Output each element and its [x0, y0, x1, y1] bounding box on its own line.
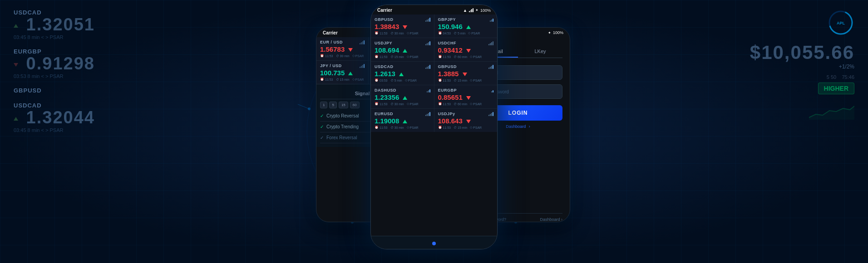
- price-direction-icon: [403, 96, 407, 100]
- price-direction-icon: [466, 96, 471, 100]
- signal-strength: [488, 41, 493, 45]
- main-phone-statusbar: Carrier ▲ ✦ 100%: [371, 5, 497, 15]
- trade-card[interactable]: JPY / USD 100.735 ⏰ 11:53 ⏱ 15 min ◇ PSA…: [316, 61, 368, 84]
- trade-card-gbpusd2[interactable]: GBPUSD 1.3885 ⏰ 11:53 ⏱ 15 min: [434, 62, 498, 85]
- card-arrow-up-icon: [348, 72, 353, 75]
- tab-lkey[interactable]: LKey: [518, 46, 562, 58]
- main-bottom-bar: [371, 236, 497, 249]
- filter-btn-60[interactable]: 60: [350, 102, 360, 108]
- filter-btn-15[interactable]: 15: [339, 102, 348, 108]
- signal-strength: [488, 64, 493, 69]
- signal-strength: [360, 63, 365, 68]
- filter-btn-1[interactable]: 1: [320, 102, 327, 108]
- bluetooth-icon: ✦: [548, 31, 551, 35]
- signal-strength: [488, 112, 493, 116]
- arrow-down-icon: [14, 63, 18, 67]
- main-cards-grid: GBPUSD 1.38843 ⏰ 11:53 ⏱ 30 min: [371, 15, 497, 132]
- trade-card-eurusd[interactable]: EURUSD 1.19008 ⏰ 11:53 ⏱ 30 min: [371, 109, 434, 132]
- trade-card-gbpjpy[interactable]: GBPJPY 150.946 ⏰ 04:53 ⏱ 5 min: [434, 15, 498, 38]
- trade-card-usdjpy[interactable]: USDJPY 108.694 ⏰ 11:53 ⏱ 15 min: [371, 38, 434, 61]
- price-direction-icon: [403, 49, 407, 53]
- trade-card-usdjpy2[interactable]: USDJPy 108.643 ⏰ 11:53 ⏱ 15 min: [434, 109, 498, 132]
- left-panel: USDCAD 1.32051 03:45 8 min < > PSAR EURG…: [0, 0, 195, 263]
- dashboard-bottom-link[interactable]: Dashboard ›: [540, 217, 562, 222]
- price-direction-icon: [403, 120, 407, 123]
- check-icon: ✓: [320, 124, 324, 129]
- battery-icon: 100%: [553, 30, 563, 35]
- phones-container: Carrier ▲ 4:5 EUR / USD 1.56783: [275, 0, 593, 263]
- svg-text:APL: APL: [837, 21, 845, 25]
- price-direction-icon: [466, 120, 471, 123]
- pagination-dot: [432, 242, 436, 245]
- trade-card-gbpusd[interactable]: GBPUSD 1.38843 ⏰ 11:53 ⏱ 30 min: [371, 15, 434, 38]
- signal-strength: [425, 41, 430, 45]
- arrow-up-icon-2: [14, 117, 18, 121]
- stat-usdcad-1: USDCAD 1.32051 03:45 8 min < > PSAR: [14, 9, 182, 40]
- bluetooth-icon: ✦: [475, 8, 478, 12]
- trade-card-usdcad[interactable]: USDCAD 1.2613 ⏰ 03:53 ⏱ 5 min: [371, 62, 434, 85]
- arrow-up-icon: [14, 24, 18, 28]
- signal-strength: [425, 17, 430, 22]
- main-cards-area: GBPUSD 1.38843 ⏰ 11:53 ⏱ 30 min: [371, 15, 497, 236]
- price-direction-icon: [403, 25, 407, 29]
- signal-bar: [469, 9, 473, 12]
- phone-main: Carrier ▲ ✦ 100% GBPUSD: [370, 5, 498, 249]
- battery-icon: 100%: [480, 8, 491, 13]
- signal-strength: [360, 40, 365, 44]
- price-direction-icon: [466, 25, 471, 29]
- price-direction-icon: [466, 49, 471, 53]
- trade-card-usdchf[interactable]: USDCHF 0.93412 ⏰ 11:53 ⏱ 60 min: [434, 38, 498, 61]
- uncheck-icon: ✓: [320, 135, 324, 140]
- signal-strength: [425, 64, 430, 69]
- mini-chart: [809, 102, 854, 120]
- signal-strength: [491, 88, 493, 93]
- price-direction-icon: [463, 73, 467, 76]
- card-arrow-down-icon: [348, 48, 353, 52]
- signal-strength: [427, 88, 430, 93]
- signal-strength: [490, 17, 493, 22]
- stat-usdcad-2: USDCAD 1.32044 03:45 8 min < > PSAR: [14, 102, 182, 133]
- circle-chart: APL: [827, 9, 854, 36]
- stat-eurgbp: EURGBP 0.91298 03:53 8 min < > PSAR: [14, 48, 182, 79]
- filter-btn-5[interactable]: 5: [329, 102, 336, 108]
- wifi-icon: ▲: [463, 8, 467, 13]
- signal-strength: [425, 112, 430, 116]
- main-phone-content: Carrier ▲ ✦ 100% GBPUSD: [371, 5, 497, 249]
- check-icon: ✓: [320, 113, 324, 118]
- right-panel: APL $10,055.66 +1/2% 5 50 75:46 HIGHER: [673, 0, 868, 263]
- trade-card[interactable]: EUR / USD 1.56783 ⏰ 11:53 ⏱ 30 min ◇ PSA…: [316, 37, 368, 60]
- trade-card-eurgbp[interactable]: EURGBP 0.85651 ⏰ 11:53 ⏱ 60 min: [434, 85, 498, 108]
- price-direction-icon: [399, 73, 404, 76]
- stat-gbpusd: GBPUSD: [14, 87, 182, 94]
- svg-marker-13: [809, 106, 854, 120]
- trade-card-dashusd[interactable]: DASHUSD 1.23356 ⏰ 11:53 ⏱ 30 min: [371, 85, 434, 108]
